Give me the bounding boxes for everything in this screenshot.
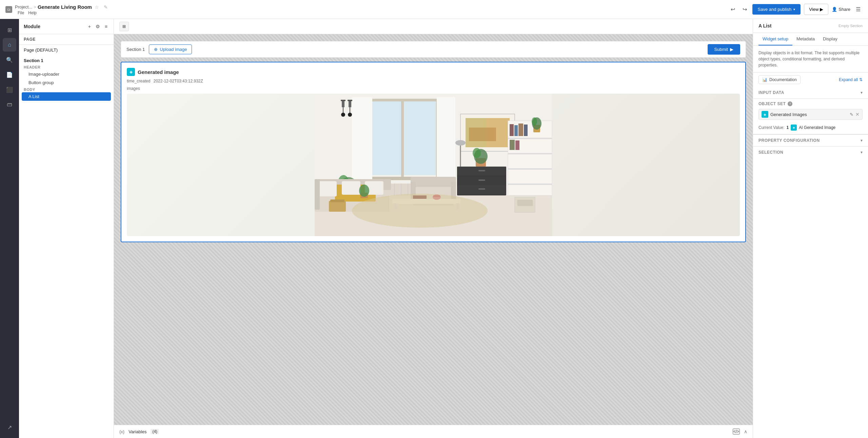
svg-rect-37	[514, 125, 518, 136]
module-add-button[interactable]: +	[87, 23, 92, 30]
card: ◈ Generated image time_created 2022-12-0…	[121, 62, 746, 242]
card-title: Generated image	[138, 69, 179, 75]
living-room-image	[127, 94, 740, 236]
svg-point-21	[341, 113, 345, 117]
variables-label[interactable]: Variables	[129, 429, 146, 434]
current-value-prefix: Current Value:	[758, 125, 784, 130]
svg-point-78	[352, 194, 488, 228]
sidebar-search-button[interactable]: 🔍	[3, 53, 16, 66]
tree-button-group[interactable]: Button group	[19, 78, 114, 87]
view-button[interactable]: View ▶	[804, 4, 828, 15]
chip-remove-button[interactable]: ✕	[855, 112, 860, 117]
page-tab: PAGE	[19, 34, 114, 45]
svg-point-54	[473, 148, 481, 158]
svg-rect-51	[478, 188, 485, 190]
project-breadcrumb[interactable]: Project...	[15, 4, 32, 9]
object-set-label: OBJECT SET	[758, 101, 786, 106]
card-image	[127, 94, 740, 236]
sidebar-export-button[interactable]: ↗	[3, 420, 16, 434]
right-panel-title: A List	[758, 23, 771, 28]
menu-button[interactable]: ☰	[854, 5, 863, 14]
canvas-widget-icon[interactable]: ⊞	[119, 22, 129, 31]
canvas-area: ⊞ Section 1 ⊕ Upload image Submit ▶	[114, 19, 753, 438]
svg-rect-22	[349, 100, 351, 107]
svg-rect-30	[469, 128, 496, 141]
undo-button[interactable]: ↩	[729, 5, 737, 14]
upload-image-button[interactable]: ⊕ Upload image	[149, 44, 192, 54]
documentation-button[interactable]: 📊 Documentation	[758, 75, 801, 84]
tree-a-list[interactable]: A List	[22, 92, 111, 101]
sidebar-pages-button[interactable]: ⌂	[3, 38, 16, 52]
submit-button[interactable]: Submit ▶	[708, 44, 740, 55]
save-publish-label: Save and publish	[758, 7, 792, 12]
selection-row[interactable]: SELECTION ▾	[753, 146, 868, 158]
sidebar-blocks-button[interactable]: ⬛	[3, 83, 16, 96]
tab-metadata[interactable]: Metadata	[792, 33, 819, 45]
help-icon[interactable]: ?	[788, 101, 792, 106]
card-header: ◈ Generated image	[127, 68, 740, 76]
svg-rect-32	[508, 138, 552, 139]
code-button[interactable]: </>	[733, 429, 740, 435]
svg-point-44	[532, 117, 537, 126]
sidebar-home-button[interactable]: ⊞	[3, 23, 16, 37]
svg-rect-19	[341, 100, 346, 101]
tree-header-label: HEADER	[19, 64, 114, 70]
sidebar-doc-button[interactable]: 📄	[3, 68, 16, 81]
expand-all-icon: ⇅	[859, 77, 863, 82]
svg-rect-41	[515, 140, 519, 150]
variables-collapse-button[interactable]: ∧	[744, 429, 747, 434]
input-data-label: INPUT DATA	[758, 90, 784, 95]
variables-count: (4)	[151, 429, 159, 434]
svg-point-25	[348, 113, 352, 117]
svg-rect-50	[478, 179, 485, 181]
sidebar-icons: ⊞ ⌂ 🔍 📄 ⬛ 🗃 ↗	[0, 19, 19, 438]
edit-title-button[interactable]: ✎	[102, 4, 110, 11]
share-label: Share	[839, 7, 850, 12]
selection-label: SELECTION	[758, 150, 783, 155]
page-title: Generate Living Room	[38, 4, 92, 10]
module-list-button[interactable]: ≡	[103, 23, 109, 30]
cv-label: AI Generated Image	[799, 125, 835, 130]
chip-edit-button[interactable]: ✎	[850, 112, 853, 117]
module-settings-button[interactable]: ⚙	[94, 23, 101, 30]
share-button[interactable]: 👤 Share	[832, 7, 850, 12]
tree-page-default[interactable]: Page (DEFAULT)	[19, 45, 114, 55]
object-set-row: OBJECT SET ?	[753, 99, 868, 109]
object-set-chip: ◈ Generated Images ✎ ✕	[758, 109, 863, 120]
input-data-header[interactable]: INPUT DATA ▾	[753, 87, 868, 98]
property-config-chevron: ▾	[861, 138, 863, 143]
module-panel: Module + ⚙ ≡ PAGE Page (DEFAULT) Section…	[19, 19, 114, 438]
doc-label: Documentation	[769, 77, 797, 82]
module-actions: + ⚙ ≡	[87, 23, 109, 30]
svg-rect-39	[524, 125, 528, 136]
project-icon: 🗂	[5, 6, 12, 13]
code-icon: </>	[733, 429, 739, 434]
svg-rect-33	[508, 153, 552, 154]
tab-display[interactable]: Display	[819, 33, 842, 45]
time-label: time_created	[127, 79, 150, 83]
redo-button[interactable]: ↪	[741, 5, 749, 14]
tree-image-uploader[interactable]: Image-uploader	[19, 70, 114, 78]
canvas-content[interactable]: Section 1 ⊕ Upload image Submit ▶ ◈ Gene…	[114, 34, 753, 425]
view-icon: ▶	[820, 7, 823, 12]
sidebar-data-button[interactable]: 🗃	[3, 98, 16, 111]
card-meta-time: time_created 2022-12-02T03:43:12.932Z	[127, 79, 740, 83]
tab-widget-setup[interactable]: Widget setup	[758, 33, 792, 45]
input-data-chevron: ▾	[861, 90, 863, 95]
variables-bar: {x} Variables (4) </> ∧	[114, 425, 753, 438]
svg-rect-81	[329, 201, 346, 212]
file-help-row: File Help	[18, 11, 110, 15]
section-label: Section 1	[126, 47, 145, 52]
save-publish-button[interactable]: Save and publish ▾	[752, 4, 801, 15]
star-icon[interactable]: ☆	[95, 4, 99, 10]
expand-all-button[interactable]: Expand all ⇅	[839, 77, 863, 82]
breadcrumb-separator: >	[34, 4, 36, 9]
module-title: Module	[24, 24, 40, 29]
tree-section1[interactable]: Section 1	[19, 55, 114, 64]
help-menu[interactable]: Help	[28, 11, 37, 15]
svg-rect-82	[330, 199, 344, 202]
property-config-row[interactable]: PROPERTY CONFIGURATION ▾	[753, 134, 868, 146]
chip-icon: ◈	[762, 111, 768, 118]
file-menu[interactable]: File	[18, 11, 24, 15]
svg-rect-9	[437, 97, 455, 185]
